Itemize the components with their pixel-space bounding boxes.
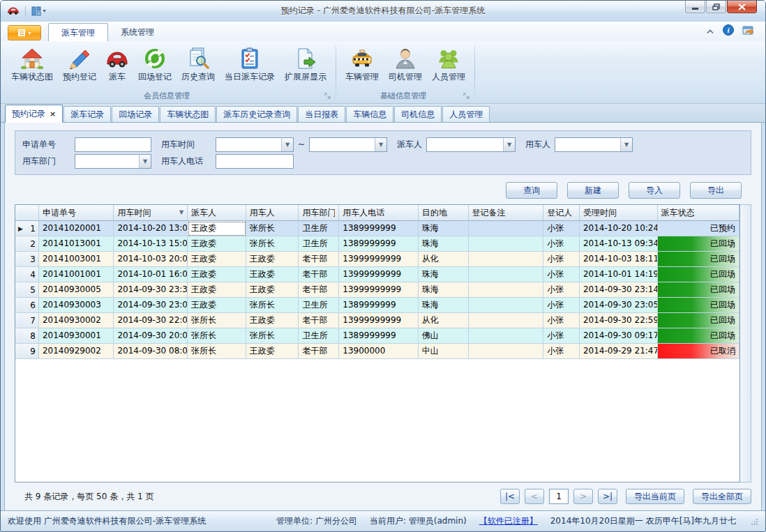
ribbon-button-vehicle-status-map[interactable]: 车辆状态图 [6,45,58,84]
dispatch-status-cell[interactable]: 已回场 [658,236,740,252]
grid-cell[interactable]: 20140929002 [39,344,114,359]
row-indicator-cell[interactable]: ▶1 [15,221,39,236]
grid-cell[interactable]: 王政委 [246,252,299,267]
grid-cell[interactable]: 20140930002 [39,313,114,328]
grid-cell[interactable]: 13900000 [339,344,419,359]
grid-cell[interactable]: 1389999999 [339,221,419,236]
application-menu-button[interactable]: ▾ [8,25,41,40]
dispatch-status-cell[interactable]: 已预约 [658,221,740,236]
table-row[interactable]: 5201409300052014-09-30 23:30王政委王政委老干部139… [15,282,739,298]
grid-cell[interactable]: 王政委 [188,252,246,267]
grid-cell[interactable]: 王政委 [188,236,246,252]
grid-cell[interactable]: 小张 [543,282,580,298]
grid-cell[interactable] [469,221,544,236]
dispatch-status-cell[interactable]: 已回场 [658,313,740,328]
dispatcher-combo[interactable]: ▼ [426,137,516,152]
dispatch-status-cell[interactable]: 已回场 [658,267,740,282]
table-row[interactable]: 2201410130012014-10-13 15:00王政委张所长卫生所138… [15,236,739,252]
grid-cell[interactable]: 王政委 [188,298,246,313]
grid-cell[interactable]: 20141003001 [39,252,114,267]
ribbon-button-driver-manage[interactable]: 司机管理 [384,45,427,84]
ribbon-button-history-query[interactable]: 历史查询 [177,45,220,84]
grid-cell[interactable]: 2014-09-30 23:30 [114,282,188,298]
license-link[interactable]: 【软件已注册】 [479,515,538,527]
doc-tab-personnel[interactable]: 人员管理 [442,106,490,122]
grid-cell[interactable]: 20140930003 [39,298,114,313]
grid-cell[interactable]: 卫生所 [299,221,339,236]
grid-cell[interactable]: 小张 [543,298,580,313]
grid-cell[interactable]: 小张 [543,221,580,236]
grid-cell[interactable]: 2014-09-30 23:05 [580,298,658,313]
grid-cell[interactable]: 从化 [419,252,469,267]
grid-cell[interactable]: 13999999999 [339,252,419,267]
dispatch-status-cell[interactable]: 已回场 [658,298,740,313]
grid-cell[interactable]: 王政委 [188,221,246,236]
ribbon-button-reservation-register[interactable]: 预约登记 [58,45,101,84]
use-time-from-combo[interactable]: ▼ [216,137,294,152]
grid-cell[interactable]: 2014-09-30 20:00 [114,328,188,344]
grid-cell[interactable]: 2014-10-01 14:19 [580,267,658,282]
column-header-1[interactable]: 申请单号 [39,205,114,221]
ribbon-button-dispatch[interactable]: 派车 [101,45,133,84]
column-header-5[interactable]: 用车部门 [299,205,339,221]
quick-access-layout-icon[interactable]: ▾ [31,6,46,16]
row-indicator-cell[interactable]: 6 [15,298,39,313]
row-indicator-cell[interactable]: 4 [15,267,39,282]
grid-cell[interactable]: 1389999999 [339,298,419,313]
column-header-7[interactable]: 目的地 [419,205,469,221]
grid-cell[interactable]: 2014-10-01 16:00 [114,267,188,282]
ribbon-button-extended-screen[interactable]: 扩展屏显示 [280,45,331,84]
grid-cell[interactable]: 老干部 [299,344,339,359]
grid-cell[interactable] [469,252,544,267]
grid-cell[interactable]: 王政委 [246,344,299,359]
grid-cell[interactable]: 2014-10-20 13:00 [114,221,188,236]
grid-cell[interactable]: 13999999999 [339,282,419,298]
table-row[interactable]: 8201409300012014-09-30 20:00张所长张所长卫生所138… [15,328,739,344]
grid-cell[interactable]: 1389999999 [339,328,419,344]
dispatch-status-cell[interactable]: 已回场 [658,282,740,298]
grid-cell[interactable]: 王政委 [246,282,299,298]
dispatch-status-cell[interactable]: 已取消 [658,344,740,359]
help-window-icon[interactable] [742,24,754,38]
column-header-3[interactable]: 派车人 [188,205,246,221]
grid-cell[interactable]: 张所长 [246,298,299,313]
grid-cell[interactable]: 小张 [543,267,580,282]
grid-cell[interactable]: 张所长 [246,236,299,252]
grid-cell[interactable]: 珠海 [419,282,469,298]
grid-cell[interactable]: 20140930001 [39,328,114,344]
user-combo[interactable]: ▼ [555,137,633,152]
grid-cell[interactable]: 珠海 [419,221,469,236]
grid-cell[interactable]: 2014-09-30 09:17 [580,328,658,344]
row-indicator-cell[interactable]: 7 [15,313,39,328]
resize-grip[interactable] [751,518,758,525]
new-button[interactable]: 新建 [567,182,619,199]
ribbon-button-personnel-manage[interactable]: 人员管理 [427,45,470,84]
last-page-button[interactable]: >| [598,489,617,504]
row-indicator-cell[interactable]: 9 [15,344,39,359]
column-header-9[interactable]: 登记人 [543,205,580,221]
grid-cell[interactable]: 1389999999 [339,236,419,252]
grid-cell[interactable]: 张所长 [246,328,299,344]
grid-cell[interactable]: 佛山 [419,328,469,344]
doc-tab-driver-info[interactable]: 司机信息 [394,106,442,122]
vertical-scrollbar[interactable] [740,204,751,482]
grid-cell[interactable]: 2014-09-30 23:00 [114,298,188,313]
chevron-down-icon[interactable]: ▼ [281,138,293,151]
column-header-2[interactable]: 用车时间▼ [114,205,188,221]
grid-cell[interactable]: 老干部 [299,313,339,328]
chevron-down-icon[interactable]: ▼ [620,138,632,151]
column-header-10[interactable]: 受理时间 [580,205,658,221]
grid-cell[interactable]: 小张 [543,344,580,359]
grid-cell[interactable] [469,282,544,298]
dept-combo[interactable]: ▼ [75,154,151,169]
ribbon-tab-dispatch[interactable]: 派车管理 [48,23,108,41]
doc-tab-daily-report[interactable]: 当日报表 [298,106,345,122]
prev-page-button[interactable]: < [525,489,544,504]
grid-cell[interactable]: 珠海 [419,298,469,313]
grid-cell[interactable]: 老干部 [299,282,339,298]
next-page-button[interactable]: > [573,489,593,504]
dispatch-status-cell[interactable]: 已回场 [658,252,740,267]
minimize-button[interactable] [685,1,705,13]
dialog-launcher-icon[interactable] [324,93,331,100]
export-current-page-button[interactable]: 导出当前页 [626,489,684,504]
